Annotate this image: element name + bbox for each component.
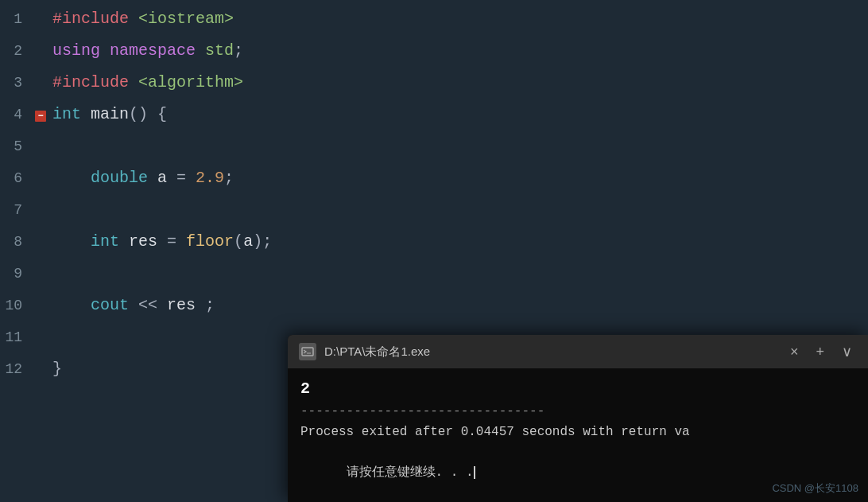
line-number-9: 9	[0, 258, 33, 290]
gutter-4[interactable]: −	[33, 111, 48, 122]
terminal-title: D:\PTA\未命名1.exe	[324, 344, 777, 360]
terminal-close-button[interactable]: ×	[785, 344, 804, 360]
line-content-6: double a = 2.9;	[48, 162, 234, 194]
line-content-10: cout << res ;	[48, 290, 215, 321]
line-number-4: 4	[0, 99, 33, 130]
line-content-4: int main() {	[48, 99, 167, 130]
line-number-7: 7	[0, 194, 33, 226]
collapse-button[interactable]: −	[35, 111, 46, 122]
terminal-dropdown-button[interactable]: ∨	[837, 343, 857, 360]
code-line-2: 2 using namespace std;	[0, 35, 868, 67]
code-line-4: 4 − int main() {	[0, 99, 868, 130]
line-number-1: 1	[0, 3, 33, 35]
line-number-3: 3	[0, 67, 33, 99]
code-line-1: 1 #include <iostream>	[0, 3, 868, 35]
line-content-3: #include <algorithm>	[48, 67, 243, 99]
terminal-cursor	[474, 466, 475, 479]
code-line-3: 3 #include <algorithm>	[0, 67, 868, 99]
line-number-6: 6	[0, 162, 33, 194]
terminal-add-button[interactable]: +	[811, 344, 829, 360]
line-content-12: }	[48, 353, 62, 385]
line-number-8: 8	[0, 226, 33, 258]
code-line-9: 9	[0, 258, 868, 290]
line-number-11: 11	[0, 321, 33, 353]
line-content-2: using namespace std;	[48, 35, 243, 67]
line-number-2: 2	[0, 35, 33, 67]
terminal-output-number: 2	[300, 376, 855, 402]
watermark: CSDN @长安1108	[772, 481, 858, 496]
line-content-1: #include <iostream>	[48, 3, 234, 35]
terminal-separator: --------------------------------	[300, 402, 855, 422]
code-line-8: 8 int res = floor(a);	[0, 226, 868, 258]
line-content-8: int res = floor(a);	[48, 226, 272, 258]
code-line-10: 10 cout << res ;	[0, 290, 868, 321]
line-number-5: 5	[0, 130, 33, 162]
code-line-6: 6 double a = 2.9;	[0, 162, 868, 194]
code-line-7: 7	[0, 194, 868, 226]
terminal-titlebar: D:\PTA\未命名1.exe × + ∨	[288, 335, 868, 368]
terminal-app-icon	[299, 343, 316, 360]
code-line-5: 5	[0, 130, 868, 162]
svg-rect-0	[302, 348, 313, 356]
terminal-process-line: Process exited after 0.04457 seconds wit…	[300, 422, 855, 443]
line-number-10: 10	[0, 290, 33, 321]
terminal-window: D:\PTA\未命名1.exe × + ∨ 2 ----------------…	[288, 335, 868, 502]
line-number-12: 12	[0, 353, 33, 385]
code-area: 1 #include <iostream> 2 using namespace …	[0, 0, 868, 385]
